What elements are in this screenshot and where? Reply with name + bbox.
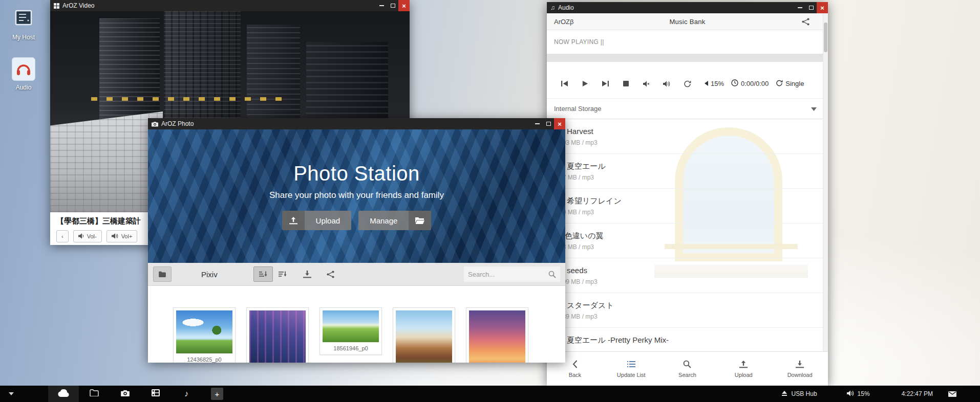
maximize-button[interactable] xyxy=(543,118,554,129)
close-button[interactable]: × xyxy=(817,2,828,13)
song-title: 02. seeds xyxy=(554,266,821,275)
song-item[interactable]: 01. Harvest 10.93 MB / mp3 xyxy=(547,119,828,154)
search-icon[interactable] xyxy=(548,271,556,278)
nav-label: Search xyxy=(678,372,696,378)
song-item[interactable]: 01. 希望リフレイン 9.09 MB / mp3 xyxy=(547,189,828,224)
song-item[interactable]: 01. 夏空エール 9.37 MB / mp3 xyxy=(547,154,828,189)
volume-up-button[interactable]: Vol+ xyxy=(106,230,138,242)
previous-track-button[interactable] xyxy=(554,75,574,93)
section-title: Music Bank xyxy=(547,18,828,26)
nav-label: Update List xyxy=(617,372,646,378)
taskbar-files-button[interactable] xyxy=(79,386,110,402)
caret-down-icon[interactable] xyxy=(0,386,23,402)
video-back-button[interactable]: ‹ xyxy=(56,230,69,242)
mail-icon[interactable] xyxy=(948,391,956,397)
video-window-titlebar[interactable]: ArOZ Video × xyxy=(50,0,410,11)
volume-up-label: Vol+ xyxy=(121,233,133,239)
thumbnail-caption: 18561946_p0 xyxy=(323,342,379,352)
taskbar-music-button[interactable]: ♪ xyxy=(171,386,202,402)
minimize-button[interactable] xyxy=(376,0,387,11)
photo-station-heading: Photo Station xyxy=(293,162,420,185)
close-button[interactable]: × xyxy=(398,0,410,11)
taskbar-video-button[interactable] xyxy=(140,386,171,402)
grid-icon xyxy=(54,3,59,9)
photo-thumbnail[interactable] xyxy=(393,307,455,363)
clock[interactable]: 4:22:47 PM xyxy=(902,390,933,397)
song-meta: 10.93 MB / mp3 xyxy=(554,139,821,146)
next-track-button[interactable] xyxy=(595,75,615,93)
loop-label: Single xyxy=(785,80,804,87)
maximize-button[interactable] xyxy=(387,0,398,11)
search-input[interactable] xyxy=(468,271,548,278)
seek-bar[interactable] xyxy=(547,54,828,62)
download-icon[interactable] xyxy=(299,266,316,282)
scrollbar[interactable] xyxy=(823,13,828,351)
manage-label: Manage xyxy=(358,216,409,225)
minimize-button[interactable] xyxy=(531,118,543,129)
taskbar-cloud-button[interactable] xyxy=(48,386,79,402)
camera-icon xyxy=(121,389,130,398)
photo-thumbnail[interactable] xyxy=(466,307,528,363)
scrollbar-thumb[interactable] xyxy=(824,23,827,52)
nav-label: Upload xyxy=(735,372,753,378)
play-button[interactable] xyxy=(574,75,595,93)
taskbar-photo-button[interactable] xyxy=(110,386,140,402)
transport-controls: 15% 0:00/0:00 Single xyxy=(547,69,828,99)
speaker-loud-icon[interactable] xyxy=(656,75,677,93)
playback-time: 0:00/0:00 xyxy=(731,79,769,88)
sort-ascending-button[interactable] xyxy=(253,266,273,282)
desktop: My Host Audio ArOZ Video × xyxy=(0,0,980,402)
song-meta: 12.39 MB / mp3 xyxy=(554,313,821,320)
search-box xyxy=(464,266,560,282)
search-button[interactable]: Search xyxy=(659,352,716,386)
photo-thumbnail[interactable]: 18561946_p0 xyxy=(319,307,382,355)
speaker-icon xyxy=(78,233,84,240)
volume-tray-item[interactable]: 15% xyxy=(847,390,870,398)
song-meta: 9.63 MB / mp3 xyxy=(554,243,821,251)
photo-window-titlebar[interactable]: ArOZ Photo × xyxy=(148,118,565,129)
song-meta: 12.99 MB / mp3 xyxy=(554,278,821,285)
mute-icon[interactable] xyxy=(636,75,656,93)
volume-down-button[interactable]: Vol- xyxy=(73,230,102,242)
audio-window-titlebar[interactable]: ♫ Audio × xyxy=(547,2,828,13)
upload-button[interactable]: Upload xyxy=(715,352,772,386)
song-meta: 9.37 MB / mp3 xyxy=(554,174,821,181)
song-list: 01. Harvest 10.93 MB / mp3 01. 夏空エール 9.3… xyxy=(547,119,828,363)
upload-icon xyxy=(282,211,305,230)
song-item[interactable]: 02. seeds 12.99 MB / mp3 xyxy=(547,258,828,293)
nav-label: Back xyxy=(569,372,581,378)
taskbar-add-button[interactable]: + xyxy=(202,386,232,402)
minimize-button[interactable] xyxy=(794,2,805,13)
update-list-button[interactable]: Update List xyxy=(603,352,659,386)
share-icon[interactable] xyxy=(802,18,809,26)
eject-icon xyxy=(781,390,787,398)
desktop-icon-my-host[interactable]: My Host xyxy=(1,7,46,41)
photo-thumbnail[interactable] xyxy=(246,307,309,363)
volume-down-label: Vol- xyxy=(87,233,97,239)
music-note-icon: ♪ xyxy=(184,390,188,398)
close-button[interactable]: × xyxy=(554,118,565,129)
chevron-left-icon xyxy=(572,360,578,369)
repeat-icon[interactable] xyxy=(677,75,697,93)
music-note-icon: ♫ xyxy=(550,4,555,11)
folder-button[interactable] xyxy=(153,266,172,282)
thumbnail-image xyxy=(176,310,232,353)
audio-app-header: Music Bank ArOZβ xyxy=(547,13,828,30)
video-frame-signs xyxy=(91,97,286,101)
photo-thumbnail[interactable]: 12436825_p0 xyxy=(173,307,236,363)
maximize-button[interactable] xyxy=(805,2,817,13)
download-button[interactable]: Download xyxy=(772,352,828,386)
share-icon[interactable] xyxy=(322,266,339,282)
stop-button[interactable] xyxy=(615,75,636,93)
desktop-icon-audio[interactable]: Audio xyxy=(1,57,46,91)
sort-descending-button[interactable] xyxy=(273,266,292,282)
usb-hub-tray-item[interactable]: USB Hub xyxy=(781,390,817,398)
manage-button[interactable]: Manage xyxy=(358,211,431,230)
song-item[interactable]: 01.色違いの翼 9.63 MB / mp3 xyxy=(547,224,828,258)
folder-icon xyxy=(90,389,99,398)
song-item[interactable]: 02. スターダスト 12.39 MB / mp3 xyxy=(547,293,828,328)
upload-button[interactable]: Upload xyxy=(282,211,352,230)
now-playing-label: NOW PLAYING || xyxy=(547,30,828,54)
storage-selector[interactable]: Internal Storage xyxy=(547,99,828,119)
loop-mode[interactable]: Single xyxy=(776,80,804,88)
